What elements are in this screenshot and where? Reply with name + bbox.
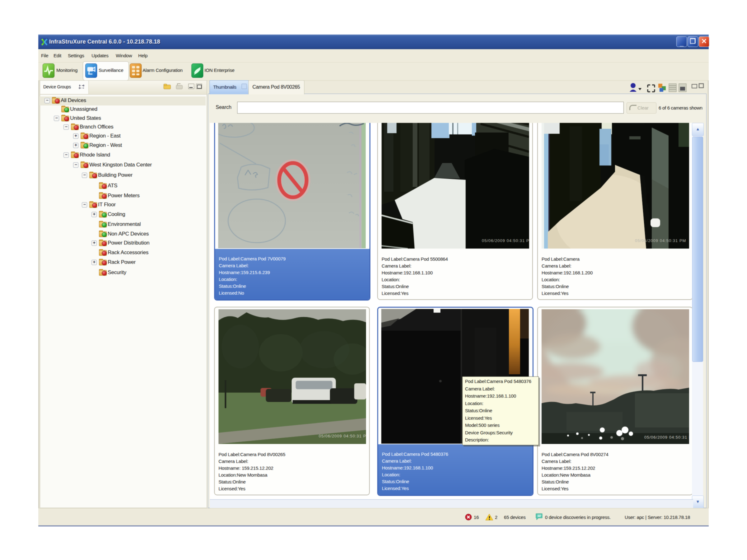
svg-text:05/06/2009 04:50:31 PM: 05/06/2009 04:50:31 PM: [635, 238, 686, 243]
svg-text:05/06/2009 04:50:31 PM: 05/06/2009 04:50:31 PM: [644, 435, 689, 439]
svg-text:05/06/2009 04:50:31 PM: 05/06/2009 04:50:31 PM: [319, 434, 366, 438]
svg-text:05/06/2009 04:50:31 PM: 05/06/2009 04:50:31 PM: [482, 238, 529, 243]
